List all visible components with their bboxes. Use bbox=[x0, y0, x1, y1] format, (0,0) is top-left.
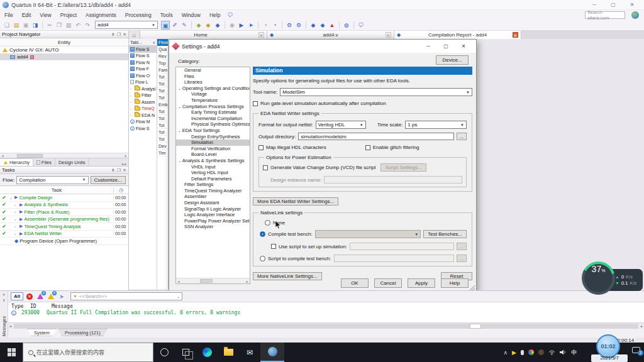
category-fitter-settings[interactable]: Fitter Settings bbox=[176, 182, 250, 188]
project-combobox[interactable]: add4 ▼ bbox=[95, 21, 158, 29]
signaltap-icon[interactable]: ◆ bbox=[318, 21, 327, 30]
scroll-right-icon[interactable]: ▸ bbox=[640, 324, 644, 328]
category-analysis-synthesis[interactable]: Analysis & Synthesis Settings bbox=[176, 158, 250, 164]
message-search-combobox[interactable]: ▼ <<Search>> ⌄ bbox=[70, 292, 182, 300]
task-row[interactable]: ✔ ›▶Fitter (Place & Route) 00:00 bbox=[0, 209, 128, 216]
category-simulation[interactable]: Simulation bbox=[176, 140, 250, 146]
cut-icon[interactable]: ✂ bbox=[45, 21, 54, 30]
category-compilation-process[interactable]: Compilation Process Settings bbox=[176, 104, 250, 110]
toc-item[interactable]: Flow S bbox=[129, 53, 157, 60]
browse-button[interactable]: ... bbox=[457, 133, 467, 140]
expand-icon[interactable]: › bbox=[14, 217, 18, 221]
more-nativelink-settings-button[interactable]: More NativeLink Settings... bbox=[253, 272, 322, 280]
start-button[interactable] bbox=[0, 343, 23, 362]
app-tray-icon[interactable] bbox=[528, 349, 534, 355]
scroll-left-icon[interactable]: ◂ bbox=[176, 279, 181, 283]
messages-hscrollbar[interactable]: ◂ ▸ bbox=[8, 322, 644, 329]
category-ssn-analyzer[interactable]: SSN Analyzer bbox=[176, 224, 250, 230]
format-combobox[interactable]: Verilog HDL ▼ bbox=[316, 121, 366, 129]
tree-device-node[interactable]: Cyclone IV GX: AUTO bbox=[0, 47, 128, 53]
menu-tools[interactable]: Tools bbox=[156, 12, 177, 18]
scroll-right-icon[interactable]: ▸ bbox=[123, 153, 128, 158]
microphone-tray-icon[interactable] bbox=[521, 350, 524, 355]
expand-icon[interactable]: › bbox=[130, 87, 133, 90]
timequest-icon[interactable]: ◔ bbox=[270, 21, 279, 30]
category-formal-verification[interactable]: Formal Verification bbox=[176, 146, 250, 152]
redo-icon[interactable]: ↷ bbox=[83, 21, 92, 30]
category-design-assistant[interactable]: Design Assistant bbox=[176, 200, 250, 206]
menu-view[interactable]: View bbox=[35, 12, 55, 18]
script-compile-radio[interactable] bbox=[260, 256, 265, 261]
resize-grip[interactable] bbox=[470, 285, 475, 290]
close-icon[interactable]: ✕ bbox=[123, 32, 126, 37]
filter-flag-button[interactable]: ➤ bbox=[57, 292, 66, 300]
media-player-tray-icon[interactable]: ▶ bbox=[512, 349, 516, 356]
tray-expand-icon[interactable]: ∧ bbox=[503, 349, 508, 356]
expand-icon[interactable]: › bbox=[130, 113, 133, 117]
more-eda-settings-button[interactable]: More EDA Netlist Writer Settings... bbox=[253, 197, 338, 206]
assignment-editor-icon[interactable]: ✐ bbox=[170, 21, 179, 30]
none-radio[interactable] bbox=[265, 220, 270, 226]
netlist-viewer-icon[interactable]: ◆ bbox=[194, 21, 203, 30]
project-archive-icon[interactable]: ◨ bbox=[31, 21, 40, 30]
task-row[interactable]: ✔ ›▶TimeQuest Timing Analysis 00:00 bbox=[0, 223, 128, 231]
output-directory-field[interactable]: simulation/modelsim bbox=[298, 133, 454, 140]
expand-icon[interactable]: › bbox=[14, 224, 18, 228]
use-script-browse-button[interactable]: ... bbox=[457, 243, 467, 250]
home-icon[interactable]: ⌂ bbox=[129, 31, 140, 39]
tab-files[interactable]: Files bbox=[33, 158, 55, 166]
category-powerplay[interactable]: PowerPlay Power Analyzer Setting bbox=[176, 218, 250, 224]
help-globe-icon[interactable]: ◍ bbox=[342, 21, 351, 30]
tab-add4-v[interactable]: ◆ add4.v ✕ bbox=[267, 31, 394, 39]
tab-hierarchy[interactable]: Hierarchy bbox=[0, 158, 33, 166]
script-compile-field[interactable] bbox=[334, 255, 455, 262]
comment-icon[interactable]: 🗩 bbox=[357, 21, 365, 30]
dialog-close-button[interactable]: ✕ bbox=[455, 43, 472, 49]
category-hscrollbar[interactable]: ◂ ▸ bbox=[176, 278, 250, 283]
category-board-level[interactable]: Board-Level bbox=[176, 151, 250, 158]
category-temperature[interactable]: Temperature bbox=[176, 97, 250, 104]
toc-item[interactable]: iFlow M bbox=[129, 119, 157, 126]
selection-tool-icon[interactable]: ▣ bbox=[161, 21, 170, 30]
apply-button[interactable]: Apply bbox=[408, 278, 435, 288]
task-row-program-device[interactable]: ◆Program Device (Open Programmer) bbox=[0, 238, 128, 245]
category-design-entry[interactable]: Design Entry/Synthesis bbox=[176, 134, 250, 140]
memory-usage-widget[interactable]: 37% bbox=[582, 261, 615, 295]
cortana-button[interactable] bbox=[153, 343, 175, 362]
system-console-icon[interactable]: ▲ bbox=[328, 21, 336, 30]
tasks-close-icon[interactable]: ✕ bbox=[123, 168, 126, 173]
scroll-right-icon[interactable]: ▸ bbox=[245, 279, 250, 283]
task-row[interactable]: ✔ ›▶EDA Netlist Writer 00:00 bbox=[0, 231, 128, 238]
toc-pin-icon[interactable]: ⇟ bbox=[152, 40, 155, 45]
paste-icon[interactable]: ▥ bbox=[64, 21, 73, 30]
menu-edit[interactable]: Edit bbox=[18, 12, 36, 18]
rapid-recompile-icon[interactable]: ➤ bbox=[247, 21, 255, 30]
task-view-button[interactable] bbox=[175, 343, 196, 362]
tool-name-combobox[interactable]: ModelSim ▼ bbox=[280, 88, 472, 96]
toc-item[interactable]: ›EDA N bbox=[129, 112, 157, 119]
menu-project[interactable]: Project bbox=[56, 12, 81, 18]
web-globe-icon[interactable] bbox=[631, 11, 639, 19]
category-logic-analyzer[interactable]: Logic Analyzer Interface bbox=[176, 212, 250, 218]
undo-icon[interactable]: ↶ bbox=[74, 21, 82, 30]
script-compile-browse-button[interactable]: ... bbox=[457, 255, 467, 262]
open-file-icon[interactable]: ▤ bbox=[12, 21, 21, 30]
ok-button[interactable]: OK bbox=[341, 278, 369, 288]
expand-icon[interactable]: › bbox=[14, 203, 18, 207]
category-default-parameters[interactable]: Default Parameters bbox=[176, 176, 250, 182]
tab-compilation-report[interactable]: ◆ Compilation Report - add4 ✕ bbox=[394, 31, 521, 39]
ime-indicator[interactable]: 中 bbox=[571, 348, 577, 356]
toc-item[interactable]: Flow L bbox=[129, 79, 157, 86]
run-gate-checkbox[interactable] bbox=[253, 101, 258, 106]
window-close-button[interactable]: ✕ bbox=[623, 2, 641, 8]
messages-pin-icon[interactable]: ⇟ bbox=[2, 298, 5, 302]
category-incremental-compilation[interactable]: Incremental Compilation bbox=[176, 116, 250, 122]
flow-combobox[interactable]: Compilation ▼ bbox=[16, 176, 88, 184]
toc-item[interactable]: Flow S bbox=[129, 46, 157, 53]
tab-system[interactable]: System bbox=[27, 329, 57, 336]
vcd-checkbox[interactable] bbox=[263, 165, 268, 170]
menu-file[interactable]: File bbox=[0, 12, 18, 18]
scroll-thumb[interactable] bbox=[200, 279, 213, 283]
volume-icon[interactable] bbox=[560, 349, 567, 355]
toc-item[interactable]: ›Analysi bbox=[129, 85, 157, 92]
